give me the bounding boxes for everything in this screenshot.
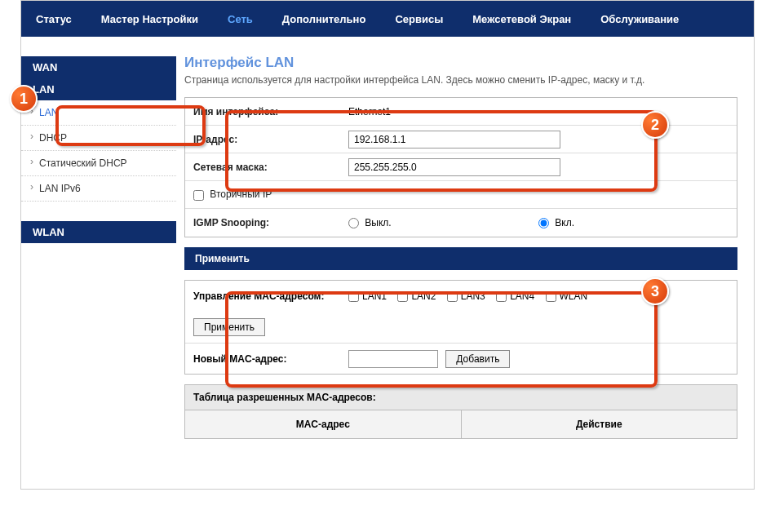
nav-wizard[interactable]: Мастер Настройки (86, 1, 213, 37)
sidebar-head-wlan[interactable]: WLAN (21, 221, 176, 243)
sidebar: WAN LAN LAN DHCP Статический DHCP LAN IP… (21, 37, 176, 489)
mask-input[interactable] (348, 158, 560, 176)
iface-label: Имя интерфейса: (193, 106, 348, 117)
mac-lan2-label: LAN2 (411, 290, 436, 302)
igmp-off-label: Выкл. (365, 217, 391, 228)
igmp-on-radio[interactable] (538, 218, 549, 228)
sidebar-head-lan[interactable]: LAN (21, 78, 176, 100)
mac-panel: Управление MAC-адресом: LAN1 LAN2 LAN3 L… (184, 280, 737, 375)
nav-services[interactable]: Сервисы (380, 1, 458, 37)
mac-wlan-checkbox[interactable] (546, 291, 556, 302)
iface-value: Ethernet1 (348, 106, 728, 117)
sidebar-item-lan-ipv6[interactable]: LAN IPv6 (21, 176, 176, 202)
add-mac-button[interactable]: Добавить (445, 350, 510, 368)
mac-lan3-label: LAN3 (461, 290, 485, 302)
mac-apply-button[interactable]: Применить (193, 318, 265, 336)
mac-lan1-checkbox[interactable] (348, 291, 359, 302)
secondary-ip-checkbox[interactable] (193, 190, 204, 201)
nav-maintenance[interactable]: Обслуживание (586, 1, 693, 37)
mac-lan2-checkbox[interactable] (397, 291, 408, 302)
igmp-off-radio[interactable] (348, 218, 359, 228)
mask-label: Сетевая маска: (193, 162, 348, 173)
igmp-on-label: Вкл. (555, 217, 574, 228)
mac-wlan-label: WLAN (560, 290, 588, 302)
mac-table: Таблица разрешенных MAC-адресов: MAC-адр… (184, 384, 737, 439)
top-nav: Статус Мастер Настройки Сеть Дополнитель… (21, 1, 754, 37)
nav-network[interactable]: Сеть (213, 1, 268, 37)
page-title: Интерфейс LAN (184, 55, 737, 71)
mac-lan1-label: LAN1 (362, 290, 387, 302)
new-mac-input[interactable] (348, 350, 438, 368)
mac-lan4-checkbox[interactable] (496, 291, 507, 302)
sidebar-item-lan[interactable]: LAN (21, 100, 176, 126)
mac-col-action: Действие (462, 410, 737, 438)
ip-label: IP-адрес: (193, 134, 348, 145)
mac-lan3-checkbox[interactable] (447, 291, 458, 302)
ip-input[interactable] (348, 131, 560, 149)
sidebar-item-static-dhcp[interactable]: Статический DHCP (21, 151, 176, 176)
new-mac-label: Новый MAC-адрес: (193, 353, 348, 365)
mac-table-title: Таблица разрешенных MAC-адресов: (184, 384, 737, 410)
nav-status[interactable]: Статус (21, 1, 86, 37)
main-content: Интерфейс LAN Страница используется для … (176, 37, 754, 489)
apply-button[interactable]: Применить (184, 247, 737, 270)
lan-settings-panel: Имя интерфейса: Ethernet1 IP-адрес: Сете… (184, 97, 737, 237)
page-description: Страница используется для настройки инте… (184, 74, 737, 86)
mac-mgmt-label: Управление MAC-адресом: (193, 290, 348, 302)
secondary-ip-label: Вторичный IP (210, 188, 272, 200)
sidebar-item-dhcp[interactable]: DHCP (21, 126, 176, 151)
mac-col-address: MAC-адрес (185, 410, 462, 438)
mac-lan4-label: LAN4 (510, 290, 534, 302)
igmp-label: IGMP Snooping: (193, 217, 348, 228)
nav-firewall[interactable]: Межсетевой Экран (458, 1, 586, 37)
nav-advanced[interactable]: Дополнительно (268, 1, 381, 37)
sidebar-head-wan[interactable]: WAN (21, 56, 176, 78)
